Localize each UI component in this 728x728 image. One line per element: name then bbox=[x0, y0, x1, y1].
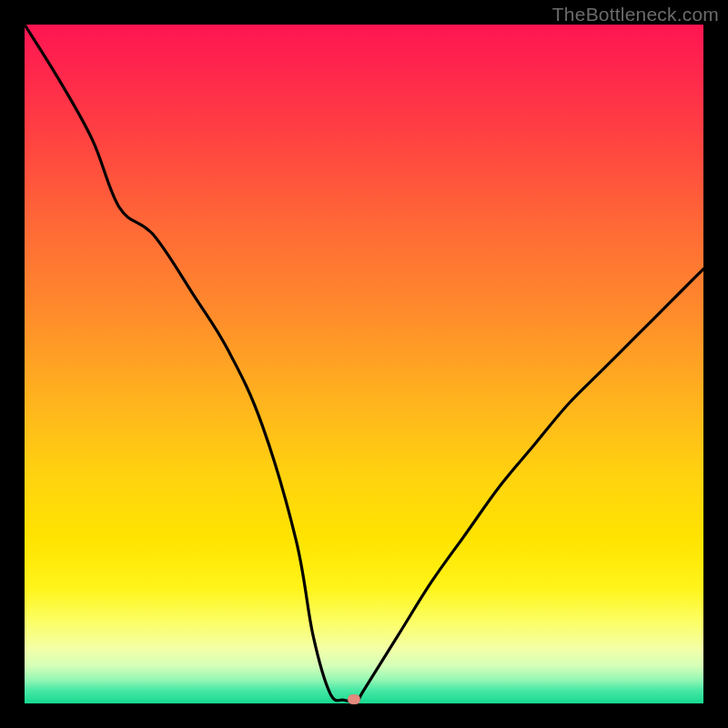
watermark-text: TheBottleneck.com bbox=[552, 4, 719, 25]
optimum-marker bbox=[348, 694, 360, 704]
plot-area bbox=[25, 25, 703, 703]
chart-frame: TheBottleneck.com bbox=[0, 0, 728, 728]
bottleneck-curve bbox=[25, 25, 703, 703]
